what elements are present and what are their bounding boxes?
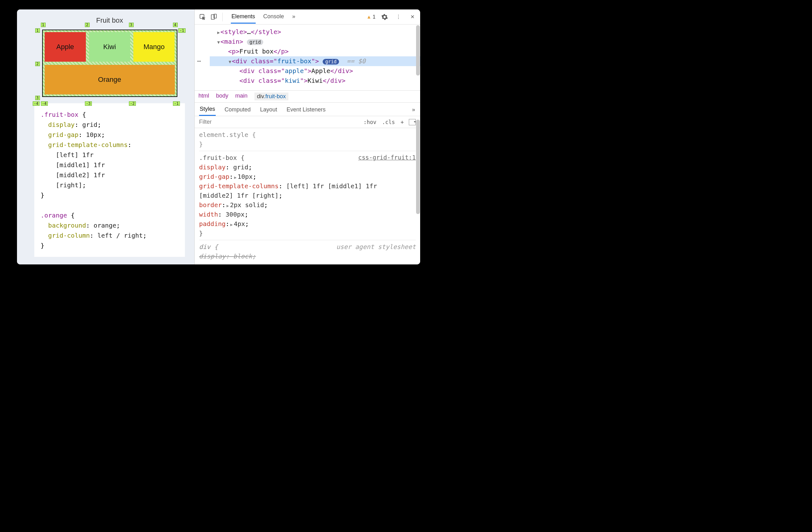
grid-neg-label: -1 xyxy=(173,101,180,106)
crumb-main[interactable]: main xyxy=(235,93,247,100)
tab-more[interactable]: » xyxy=(411,103,416,115)
devtools-window: Fruit box 1 2 3 4 1 2 3 -1 -4 -4 -3 -2 -… xyxy=(17,10,420,264)
grid-cell-mango[interactable]: Mango xyxy=(133,32,175,62)
grid-neg-label: -4 xyxy=(41,101,48,106)
tab-console[interactable]: Console xyxy=(263,10,285,24)
crumb-body[interactable]: body xyxy=(216,93,228,100)
dom-tree[interactable]: ▶<style>…</style> ▼<main> grid <p>Fruit … xyxy=(195,25,420,91)
grid-neg-label: -4 xyxy=(33,101,40,106)
grid-overlay-area: 1 2 3 4 1 2 3 -1 -4 -4 -3 -2 -1 Apple Ki… xyxy=(42,30,177,97)
devtools-pane: Elements Console » ▲1 ⋮ ✕ ▶<style>…</sty… xyxy=(195,10,420,264)
crumb-selected[interactable]: div.fruit-box xyxy=(255,93,288,100)
tab-computed[interactable]: Computed xyxy=(224,103,251,115)
element-style-selector[interactable]: element.style { xyxy=(199,130,416,139)
breadcrumb[interactable]: html body main div.fruit-box xyxy=(195,91,420,103)
dom-selected-node: ⋯ ▼<div class="fruit-box"> grid == $0 xyxy=(210,56,420,66)
toggle-sidebar-icon[interactable] xyxy=(409,119,416,125)
expand-icon[interactable]: ▶ xyxy=(234,175,236,180)
divider xyxy=(222,13,223,22)
add-rule-button[interactable]: + xyxy=(400,118,404,127)
cls-button[interactable]: .cls xyxy=(381,118,396,127)
rule-source-link[interactable]: css-grid-fruit:1 xyxy=(358,153,416,163)
grid-cell-orange[interactable]: Orange xyxy=(45,65,175,95)
warning-icon: ▲ xyxy=(366,14,372,20)
fruit-box-grid[interactable]: Apple Kiwi Mango Orange xyxy=(42,30,177,97)
ellipsis-icon[interactable]: ⋯ xyxy=(197,56,202,66)
grid-neg-label: -3 xyxy=(85,101,92,106)
tab-styles[interactable]: Styles xyxy=(199,103,216,116)
ua-rule-selector: div { xyxy=(199,242,218,252)
gear-icon[interactable] xyxy=(380,12,389,22)
rendered-page-pane: Fruit box 1 2 3 4 1 2 3 -1 -4 -4 -3 -2 -… xyxy=(17,10,195,264)
grid-col-label: 4 xyxy=(173,23,178,27)
styles-pane-tabs: Styles Computed Layout Event Listeners » xyxy=(195,103,420,116)
scrollbar[interactable] xyxy=(416,25,420,264)
grid-row-label: 1 xyxy=(35,28,40,33)
page-source-snippet: .fruit-box { display: grid; grid-gap: 10… xyxy=(34,103,185,257)
filter-input[interactable] xyxy=(195,116,359,128)
grid-neg-label: -1 xyxy=(178,28,185,33)
scroll-thumb[interactable] xyxy=(416,120,420,214)
grid-cell-kiwi[interactable]: Kiwi xyxy=(89,32,130,62)
kebab-icon[interactable]: ⋮ xyxy=(394,12,403,22)
crumb-html[interactable]: html xyxy=(199,93,209,100)
inspect-icon[interactable] xyxy=(198,12,207,22)
tab-more[interactable]: » xyxy=(291,10,296,24)
scroll-thumb[interactable] xyxy=(416,25,420,75)
grid-neg-label: -2 xyxy=(129,101,136,106)
tab-layout[interactable]: Layout xyxy=(259,103,278,115)
device-toggle-icon[interactable] xyxy=(209,12,219,22)
grid-col-label: 3 xyxy=(129,23,134,27)
expand-icon[interactable]: ▶ xyxy=(227,204,229,208)
devtools-toolbar: Elements Console » ▲1 ⋮ ✕ xyxy=(195,10,420,25)
grid-row-label: 2 xyxy=(35,62,40,66)
ua-source-label: user agent stylesheet xyxy=(336,242,416,252)
close-icon[interactable]: ✕ xyxy=(408,12,417,22)
grid-badge[interactable]: grid xyxy=(247,39,263,45)
grid-col-label: 2 xyxy=(85,23,90,27)
grid-col-label: 1 xyxy=(41,23,46,27)
page-title: Fruit box xyxy=(34,16,185,25)
tab-elements[interactable]: Elements xyxy=(231,10,256,24)
grid-cell-apple[interactable]: Apple xyxy=(45,32,86,62)
grid-badge[interactable]: grid xyxy=(323,59,339,65)
rule-selector[interactable]: .fruit-box { xyxy=(199,153,245,163)
warnings-badge[interactable]: ▲1 xyxy=(366,14,376,20)
styles-filter-row: :hov .cls + xyxy=(195,116,420,128)
hov-button[interactable]: :hov xyxy=(363,118,377,127)
styles-rules[interactable]: element.style { } .fruit-box { css-grid-… xyxy=(195,128,420,264)
tab-event-listeners[interactable]: Event Listeners xyxy=(286,103,326,115)
grid-row-label: 3 xyxy=(35,96,40,100)
expand-icon[interactable]: ▶ xyxy=(230,222,233,227)
